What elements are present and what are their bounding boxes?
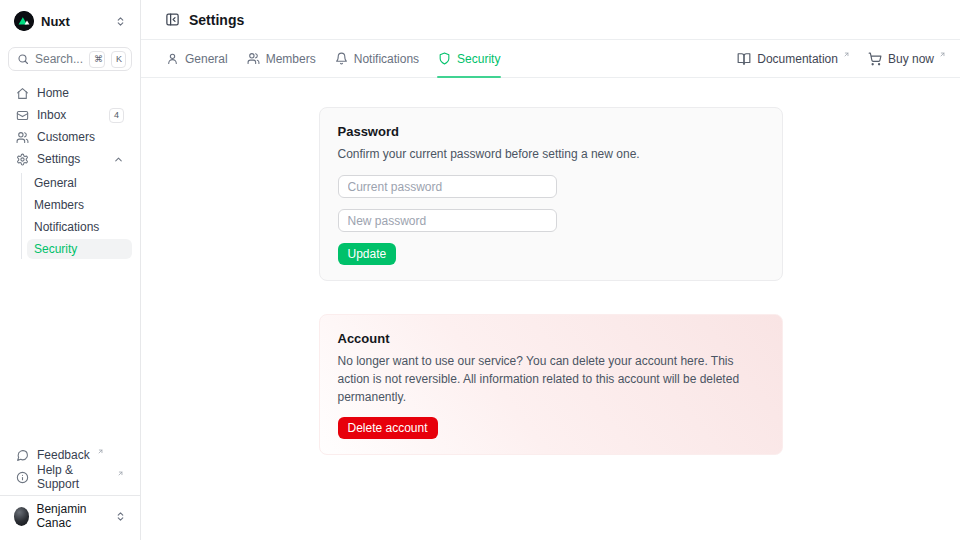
workspace-switcher[interactable]: Nuxt: [8, 8, 132, 34]
help-support-link[interactable]: Help & Support: [8, 467, 132, 487]
documentation-link[interactable]: Documentation: [737, 52, 850, 66]
search-input[interactable]: Search... ⌘ K: [8, 47, 132, 71]
sidebar-item-label: General: [34, 176, 77, 190]
account-card-title: Account: [338, 331, 764, 346]
sidebar-item-label: Notifications: [34, 220, 99, 234]
external-link-icon: [939, 51, 946, 58]
chevrons-up-down-icon: [115, 511, 126, 522]
buy-now-link[interactable]: Buy now: [868, 52, 946, 66]
sidebar-item-security[interactable]: Security: [27, 239, 132, 259]
search-icon: [17, 53, 29, 65]
user-icon: [166, 52, 179, 65]
documentation-label: Documentation: [757, 52, 838, 66]
tab-security[interactable]: Security: [438, 40, 500, 77]
account-card: Account No longer want to use our servic…: [319, 314, 783, 455]
search-placeholder: Search...: [35, 52, 83, 66]
sidebar-item-members[interactable]: Members: [27, 195, 132, 215]
chat-bubble-icon: [16, 449, 29, 462]
tabs: General Members Notifications Security: [166, 40, 500, 77]
sidebar-nav: Home Inbox 4 Customers Settings: [8, 83, 132, 259]
kbd-cmd: ⌘: [89, 51, 105, 68]
tab-label: General: [185, 52, 228, 66]
kbd-k: K: [111, 51, 126, 68]
sidebar-item-label: Inbox: [37, 108, 66, 122]
buy-now-label: Buy now: [888, 52, 934, 66]
user-menu[interactable]: Benjamin Canac: [8, 496, 132, 532]
workspace-name: Nuxt: [41, 14, 70, 29]
settings-subnav: General Members Notifications Security: [21, 173, 132, 259]
page-title: Settings: [189, 12, 244, 28]
sidebar-footer-links: Feedback Help & Support: [8, 445, 132, 487]
tab-label: Members: [266, 52, 316, 66]
tabbar-actions: Documentation Buy now: [737, 52, 946, 66]
shield-icon: [438, 52, 451, 65]
users-icon: [247, 52, 260, 65]
avatar: [14, 507, 29, 526]
delete-account-button[interactable]: Delete account: [338, 417, 438, 439]
nuxt-logo-icon: [14, 11, 34, 31]
feedback-link[interactable]: Feedback: [8, 445, 132, 465]
inbox-count-badge: 4: [109, 108, 124, 123]
update-password-button[interactable]: Update: [338, 243, 397, 265]
sidebar-item-notifications[interactable]: Notifications: [27, 217, 132, 237]
sidebar-item-home[interactable]: Home: [8, 83, 132, 103]
info-circle-icon: [16, 471, 29, 484]
sidebar-item-label: Settings: [37, 152, 80, 166]
chevron-up-icon: [113, 154, 124, 165]
account-card-description: No longer want to use our service? You c…: [338, 352, 764, 406]
sidebar-item-label: Members: [34, 198, 84, 212]
tabbar: General Members Notifications Security: [141, 40, 960, 78]
sidebar-item-general[interactable]: General: [27, 173, 132, 193]
user-name: Benjamin Canac: [36, 502, 108, 530]
chevrons-up-down-icon: [115, 16, 126, 27]
tab-label: Notifications: [354, 52, 419, 66]
password-card-title: Password: [338, 124, 764, 139]
sidebar-item-settings[interactable]: Settings: [8, 149, 132, 169]
sidebar-item-customers[interactable]: Customers: [8, 127, 132, 147]
help-support-label: Help & Support: [37, 463, 110, 491]
home-icon: [16, 87, 29, 100]
feedback-label: Feedback: [37, 448, 90, 462]
new-password-field[interactable]: [338, 209, 557, 232]
main-panel: Settings General Members Notifications: [141, 0, 960, 540]
sidebar: Nuxt Search... ⌘ K Home Inbox 4: [0, 0, 141, 540]
tab-notifications[interactable]: Notifications: [335, 40, 419, 77]
current-password-field[interactable]: [338, 175, 557, 198]
book-open-icon: [737, 52, 751, 66]
panel-left-close-icon[interactable]: [165, 12, 180, 27]
bell-icon: [335, 52, 348, 65]
external-link-icon: [97, 448, 104, 455]
tab-label: Security: [457, 52, 500, 66]
sidebar-spacer: [8, 259, 132, 445]
gear-icon: [16, 153, 29, 166]
external-link-icon: [117, 470, 124, 477]
external-link-icon: [843, 51, 850, 58]
password-card-description: Confirm your current password before set…: [338, 145, 764, 163]
cart-icon: [868, 52, 882, 66]
page-header: Settings: [141, 0, 960, 40]
sidebar-item-label: Security: [34, 242, 77, 256]
tab-general[interactable]: General: [166, 40, 228, 77]
inbox-icon: [16, 109, 29, 122]
sidebar-item-inbox[interactable]: Inbox 4: [8, 105, 132, 125]
sidebar-item-label: Home: [37, 86, 69, 100]
users-icon: [16, 131, 29, 144]
password-card: Password Confirm your current password b…: [319, 107, 783, 281]
settings-security-content: Password Confirm your current password b…: [141, 78, 960, 540]
sidebar-item-label: Customers: [37, 130, 95, 144]
tab-members[interactable]: Members: [247, 40, 316, 77]
